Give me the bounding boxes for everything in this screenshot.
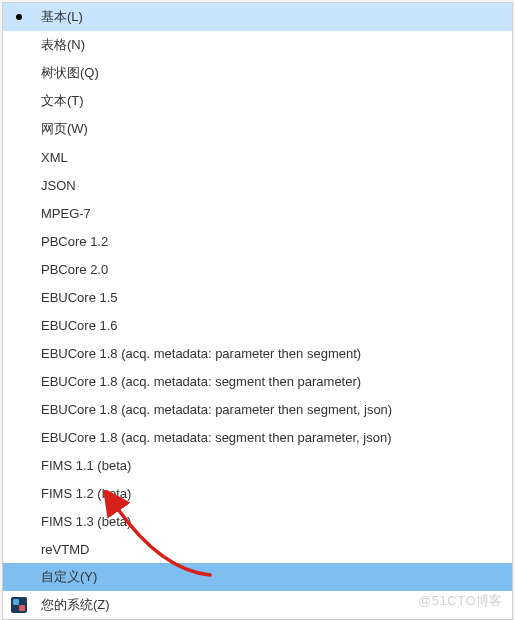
menu-item-13[interactable]: EBUCore 1.8 (acq. metadata: segment then… — [3, 367, 512, 395]
menu-item-14[interactable]: EBUCore 1.8 (acq. metadata: parameter th… — [3, 395, 512, 423]
menu-item-8[interactable]: PBCore 1.2 — [3, 227, 512, 255]
menu-item-label: EBUCore 1.8 (acq. metadata: segment then… — [35, 374, 361, 389]
menu-item-3[interactable]: 文本(T) — [3, 87, 512, 115]
menu-item-label: EBUCore 1.5 — [35, 290, 118, 305]
menu-item-19[interactable]: reVTMD — [3, 535, 512, 563]
menu-item-label: PBCore 2.0 — [35, 262, 108, 277]
menu-item-5[interactable]: XML — [3, 143, 512, 171]
menu-item-label: 网页(W) — [35, 120, 88, 138]
menu-item-label: 文本(T) — [35, 92, 84, 110]
menu-item-label: FIMS 1.3 (beta) — [35, 514, 131, 529]
menu-item-15[interactable]: EBUCore 1.8 (acq. metadata: segment then… — [3, 423, 512, 451]
bullet-icon — [3, 14, 35, 20]
menu-item-label: FIMS 1.1 (beta) — [35, 458, 131, 473]
menu-item-label: 您的系统(Z) — [35, 596, 110, 614]
menu-item-6[interactable]: JSON — [3, 171, 512, 199]
menu-item-11[interactable]: EBUCore 1.6 — [3, 311, 512, 339]
menu-item-12[interactable]: EBUCore 1.8 (acq. metadata: parameter th… — [3, 339, 512, 367]
menu-item-20[interactable]: 自定义(Y) — [3, 563, 512, 591]
menu-item-label: EBUCore 1.8 (acq. metadata: parameter th… — [35, 346, 361, 361]
menu-item-label: EBUCore 1.8 (acq. metadata: parameter th… — [35, 402, 392, 417]
menu-item-label: JSON — [35, 178, 76, 193]
menu-item-label: EBUCore 1.8 (acq. metadata: segment then… — [35, 430, 391, 445]
menu-item-1[interactable]: 表格(N) — [3, 31, 512, 59]
menu-item-label: 树状图(Q) — [35, 64, 99, 82]
menu-item-label: 基本(L) — [35, 8, 83, 26]
menu-item-21[interactable]: 您的系统(Z) — [3, 591, 512, 619]
menu-item-label: XML — [35, 150, 68, 165]
menu-item-9[interactable]: PBCore 2.0 — [3, 255, 512, 283]
menu-item-7[interactable]: MPEG-7 — [3, 199, 512, 227]
dropdown-menu: 基本(L)表格(N)树状图(Q)文本(T)网页(W)XMLJSONMPEG-7P… — [2, 2, 513, 620]
system-icon — [3, 597, 35, 613]
menu-item-18[interactable]: FIMS 1.3 (beta) — [3, 507, 512, 535]
menu-item-label: MPEG-7 — [35, 206, 91, 221]
menu-item-label: EBUCore 1.6 — [35, 318, 118, 333]
menu-item-0[interactable]: 基本(L) — [3, 3, 512, 31]
menu-item-4[interactable]: 网页(W) — [3, 115, 512, 143]
menu-item-16[interactable]: FIMS 1.1 (beta) — [3, 451, 512, 479]
menu-item-label: FIMS 1.2 (beta) — [35, 486, 131, 501]
menu-item-label: 自定义(Y) — [35, 568, 97, 586]
menu-item-label: 表格(N) — [35, 36, 85, 54]
menu-item-10[interactable]: EBUCore 1.5 — [3, 283, 512, 311]
menu-item-label: reVTMD — [35, 542, 89, 557]
menu-item-label: PBCore 1.2 — [35, 234, 108, 249]
menu-item-2[interactable]: 树状图(Q) — [3, 59, 512, 87]
menu-item-17[interactable]: FIMS 1.2 (beta) — [3, 479, 512, 507]
